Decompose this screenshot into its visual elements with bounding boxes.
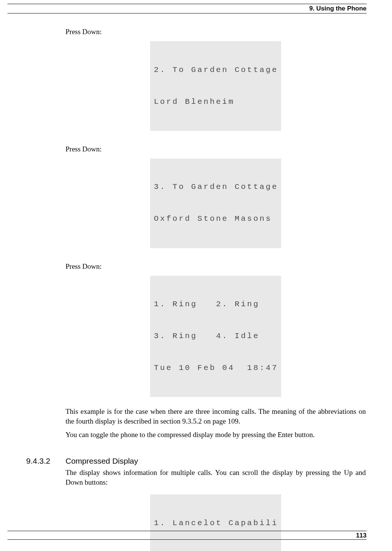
section-heading: 9.4.3.2 Compressed Display (26, 457, 366, 466)
body-paragraph: You can toggle the phone to the compress… (66, 430, 366, 440)
page-number-footer: 113 (7, 531, 367, 540)
lcd-line: Oxford Stone Masons (154, 214, 277, 224)
page: 9. Using the Phone Press Down: 2. To Gar… (0, 4, 392, 551)
lcd-line: Lord Blenheim (154, 97, 277, 107)
lcd-screen-4: 1. Lancelot Capabili 2. Lord Blenheim 3.… (150, 494, 281, 551)
lcd-screen-2: 3. To Garden Cottage Oxford Stone Masons (150, 159, 281, 248)
section-title: Compressed Display (66, 457, 138, 466)
lcd-screen-1: 2. To Garden Cottage Lord Blenheim (150, 41, 281, 131)
press-down-label: Press Down: (66, 28, 366, 36)
lcd-line: 1. Lancelot Capabili (154, 518, 277, 529)
chapter-header: 9. Using the Phone (7, 4, 367, 13)
body-paragraph: This example is for the case when there … (66, 407, 366, 426)
body-paragraph: The display shows information for multip… (66, 468, 366, 487)
content-area: Press Down: 2. To Garden Cottage Lord Bl… (26, 28, 366, 551)
lcd-line: Tue 10 Feb 04 18:47 (154, 363, 277, 373)
press-down-label: Press Down: (66, 145, 366, 153)
lcd-line: 3. Ring 4. Idle (154, 331, 277, 341)
press-down-label: Press Down: (66, 262, 366, 271)
lcd-line: 3. To Garden Cottage (154, 182, 277, 192)
section-number: 9.4.3.2 (26, 457, 66, 466)
lcd-line: 1. Ring 2. Ring (154, 299, 277, 310)
lcd-screen-3: 1. Ring 2. Ring 3. Ring 4. Idle Tue 10 F… (150, 276, 281, 397)
lcd-line: 2. To Garden Cottage (154, 65, 277, 75)
